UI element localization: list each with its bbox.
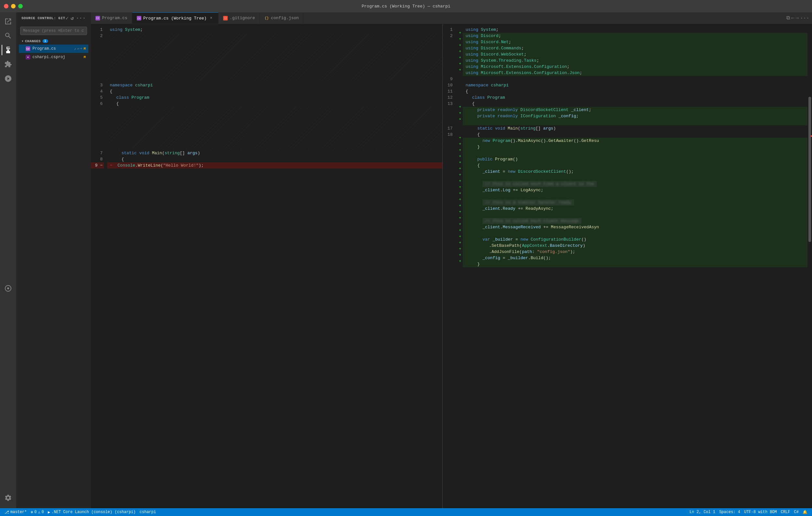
tab-close-button[interactable]: × [208,16,214,21]
code-line-brace2: { [107,101,442,107]
run-config-label: .NET Core Launch (console) (csharpi) [52,510,136,514]
project-label: csharpi [140,510,156,514]
r-line-18: { [463,131,808,138]
r-line-7: using Microsoft.Extensions.Configuration… [463,64,808,70]
split-editor-icon[interactable]: ⧉ [786,15,790,21]
sidebar-title: SOURCE CONTROL: GIT [22,16,65,20]
close-button[interactable] [4,4,8,8]
tab-program-cs[interactable]: C# Program.cs [91,12,132,24]
editor-area: C# Program.cs C# Program.cs (Working Tre… [91,12,812,508]
tab-gitignore[interactable]: ⬡ .gitignore [219,12,260,24]
nav-back-icon[interactable]: ← [791,15,794,21]
language-label: C# [794,510,799,514]
r-line-20: } [463,144,808,150]
warning-icon: ⚠ [38,510,40,515]
r-line-15: private readonly IConfiguration _config; [463,113,808,119]
revert-icon[interactable]: ↩ [77,47,79,51]
debug-icon[interactable] [2,72,14,85]
r-line-5: using Discord.WebSocket; [463,51,808,58]
git-branch-item[interactable]: ⎇ master* [3,508,29,516]
language-item[interactable]: C# [792,510,801,514]
r-line-31 [463,212,808,218]
spaces-label: Spaces: 4 [719,510,740,514]
r-line-35: var _builder = new ConfigurationBuilder(… [463,236,808,243]
tab-json-icon: {} [264,16,269,21]
r-line-8: using Microsoft.Extensions.Configuration… [463,70,808,76]
right-line-numbers: 1 2 9 10 11 12 13 [443,24,457,508]
tab-cs-icon: C# [95,16,100,21]
explorer-icon[interactable] [2,15,14,28]
file-item-csproj[interactable]: ◆ csharpi.csproj M [19,53,88,61]
position-label: Ln 2, Col 1 [690,510,715,514]
project-item[interactable]: csharpi [138,508,158,516]
refresh-icon[interactable]: ↺ [71,15,74,22]
file-item-program-cs[interactable]: C# Program.cs ↗ ↩ + M [19,44,88,53]
csproj-badge-m: M [84,55,86,59]
tab-bar-actions: ⧉ ← → ··· [786,12,812,24]
position-item[interactable]: Ln 2, Col 1 [688,510,717,514]
r-line-27: _client.Log += LogAsync; [463,187,808,193]
notification-icon[interactable]: 🔔 [801,510,809,515]
commit-message-input[interactable] [20,27,87,35]
spaces-item[interactable]: Spaces: 4 [717,510,742,514]
remote-icon[interactable] [2,282,14,295]
tab-label-working-tree: Program.cs (Working Tree) [143,16,207,21]
more-actions-icon[interactable]: ··· [800,15,809,21]
r-line-17: static void Main(string[] args) [463,125,808,131]
git-branch-icon: ⎇ [4,510,9,515]
left-code-area[interactable]: 1 2 3 4 5 6 7 [91,24,442,508]
r-line-38: _config = _builder.Build(); [463,255,808,261]
changes-count: 1 [42,39,48,43]
gear-icon[interactable] [2,491,14,504]
file-name-program-cs: Program.cs [32,47,74,51]
scrollbar-error-marker [811,135,812,137]
line-endings-item[interactable]: CRLF [779,510,792,514]
search-icon[interactable] [2,29,14,42]
svg-point-0 [7,287,9,289]
extensions-icon[interactable] [2,58,14,71]
changes-section: ▾ CHANGES 1 C# Program.cs ↗ ↩ + M [16,38,91,61]
csproj-file-icon: ◆ [25,55,31,60]
encoding-item[interactable]: UTF-8 with BOM [742,510,779,514]
checkmark-icon[interactable]: ✓ [65,15,68,22]
right-code-area[interactable]: 1 2 9 10 11 12 13 [443,24,812,508]
tab-config-json[interactable]: {} config.json [260,12,304,24]
r-line-9 [463,76,808,82]
r-line-16 [463,119,808,125]
run-config-item[interactable]: ▶ .NET Core Launch (console) (csharpi) [46,508,137,516]
source-control-icon[interactable] [2,43,14,57]
r-line-1: using System; [463,27,808,33]
code-line-namespace: namespace csharpi [107,82,442,88]
maximize-button[interactable] [18,4,23,8]
r-line-34 [463,230,808,236]
changes-header[interactable]: ▾ CHANGES 1 [19,38,88,44]
more-icon[interactable]: ··· [76,15,86,22]
nav-forward-icon[interactable]: → [796,15,799,21]
open-icon[interactable]: ↗ [74,47,76,51]
r-line-19: new Program().MainAsync().GetAwaiter().G… [463,138,808,144]
r-line-14: private readonly DiscordSocketClient _cl… [463,107,808,113]
line-endings-label: CRLF [781,510,790,514]
errors-item[interactable]: ⊗ 0 ⚠ 0 [29,508,46,516]
code-line-1: using System; [107,27,442,33]
stage-icon[interactable]: + [80,47,83,51]
tab-program-cs-working-tree[interactable]: C# Program.cs (Working Tree) × [132,12,219,24]
split-editor: 1 2 3 4 5 6 7 [91,24,812,508]
r-line-6: using System.Threading.Tasks; [463,58,808,64]
r-line-22: public Program() [463,156,808,162]
encoding-label: UTF-8 with BOM [744,510,777,514]
left-editor-pane: 1 2 3 4 5 6 7 [91,24,443,508]
warning-count: 0 [41,510,44,514]
r-line-26-comment: // this is called each time a client is … [463,181,808,187]
right-editor-pane: 1 2 9 10 11 12 13 [443,24,812,508]
right-code-content[interactable]: using System; using Discord; using Disco… [463,24,808,508]
changes-label: CHANGES [25,39,40,43]
run-icon: ▶ [48,510,50,515]
minimize-button[interactable] [11,4,16,8]
left-code-content[interactable]: using System; namespace csharpi { class … [107,24,442,508]
right-scrollbar[interactable] [808,24,812,508]
error-icon: ⊗ [31,510,33,515]
code-line-brace1: { [107,88,442,94]
r-line-13: { [463,101,808,107]
r-line-39: } [463,261,808,267]
